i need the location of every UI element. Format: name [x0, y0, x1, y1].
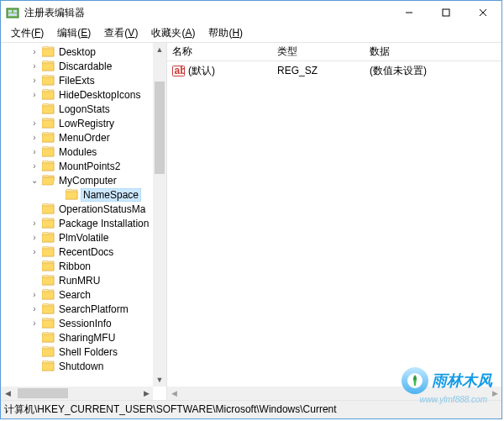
tree-item-shutdown[interactable]: ›Shutdown — [1, 359, 153, 373]
tree-item-label: SearchPlatform — [57, 303, 130, 315]
titlebar[interactable]: 注册表编辑器 — [1, 1, 501, 24]
expand-icon[interactable]: › — [29, 147, 39, 156]
folder-icon — [42, 103, 55, 114]
scrollbar-track[interactable] — [153, 56, 166, 373]
tree-view[interactable]: ›Desktop›Discardable›FileExts›HideDeskto… — [1, 43, 153, 387]
menu-file[interactable]: 文件(F) — [4, 24, 50, 42]
status-path: 计算机\HKEY_CURRENT_USER\SOFTWARE\Microsoft… — [4, 403, 337, 417]
tree-item-mountpoints2[interactable]: ›MountPoints2 — [1, 159, 153, 173]
tree-item-fileexts[interactable]: ›FileExts — [1, 73, 153, 87]
menu-favorites[interactable]: 收藏夹(A) — [144, 24, 202, 42]
tree-item-menuorder[interactable]: ›MenuOrder — [1, 130, 153, 145]
tree-item-hidedesktopicons[interactable]: ›HideDesktopIcons — [1, 87, 153, 102]
tree-item-label: Shell Folders — [57, 346, 119, 358]
folder-icon — [42, 318, 55, 329]
svg-rect-1 — [8, 10, 12, 13]
tree-item-shell-folders[interactable]: ›Shell Folders — [1, 345, 153, 359]
folder-icon — [42, 175, 55, 186]
scrollbar-up-arrow[interactable]: ▲ — [153, 43, 166, 56]
scrollbar-down-arrow[interactable]: ▼ — [153, 373, 166, 387]
expand-icon[interactable]: › — [29, 290, 39, 299]
tree-item-label: SessionInfo — [57, 318, 113, 329]
tree-item-label: Ribbon — [57, 260, 92, 272]
list-horizontal-scrollbar[interactable]: ◀ ▶ — [167, 387, 501, 400]
minimize-button[interactable] — [391, 1, 428, 24]
scrollbar-thumb[interactable] — [18, 388, 68, 398]
tree-item-logonstats[interactable]: ›LogonStats — [1, 102, 153, 116]
value-type: REG_SZ — [272, 65, 365, 76]
folder-icon — [42, 89, 55, 100]
tree-item-lowregistry[interactable]: ›LowRegistry — [1, 116, 153, 130]
column-header-type[interactable]: 类型 — [272, 45, 365, 59]
svg-rect-5 — [443, 9, 449, 16]
expand-icon[interactable]: › — [29, 233, 39, 242]
list-row[interactable]: ab (默认) REG_SZ (数值未设置) — [167, 63, 501, 78]
folder-icon — [42, 218, 55, 229]
status-bar: 计算机\HKEY_CURRENT_USER\SOFTWARE\Microsoft… — [1, 400, 501, 418]
expand-icon[interactable]: › — [29, 61, 39, 71]
tree-item-sharingmfu[interactable]: ›SharingMFU — [1, 330, 153, 345]
menu-view[interactable]: 查看(V) — [97, 24, 144, 42]
expand-icon[interactable]: › — [29, 133, 39, 142]
tree-item-modules[interactable]: ›Modules — [1, 145, 153, 159]
menu-help[interactable]: 帮助(H) — [202, 24, 249, 42]
scrollbar-right-arrow[interactable]: ▶ — [488, 387, 501, 400]
scrollbar-left-arrow[interactable]: ◀ — [1, 387, 14, 400]
folder-icon — [42, 289, 55, 300]
tree-item-label: MyComputer — [57, 175, 118, 187]
column-header-data[interactable]: 数据 — [365, 45, 501, 59]
tree-horizontal-scrollbar[interactable]: ◀ ▶ — [1, 387, 153, 400]
close-button[interactable] — [465, 1, 501, 24]
menu-edit[interactable]: 编辑(E) — [50, 24, 97, 42]
tree-item-label: Shutdown — [57, 360, 105, 372]
registry-editor-window: 注册表编辑器 文件(F) 编辑(E) 查看(V) 收藏夹(A) 帮助(H) ›D… — [0, 0, 502, 419]
expand-icon[interactable]: › — [29, 76, 39, 85]
tree-item-desktop[interactable]: ›Desktop — [1, 45, 153, 59]
folder-icon — [42, 232, 55, 243]
folder-icon — [42, 332, 55, 343]
tree-item-plmvolatile[interactable]: ›PlmVolatile — [1, 230, 153, 245]
tree-item-discardable[interactable]: ›Discardable — [1, 59, 153, 73]
tree-item-label: Desktop — [57, 46, 97, 58]
tree-item-searchplatform[interactable]: ›SearchPlatform — [1, 302, 153, 316]
tree-item-package-installation[interactable]: ›Package Installation — [1, 216, 153, 230]
column-header-name[interactable]: 名称 — [167, 45, 272, 59]
scrollbar-right-arrow[interactable]: ▶ — [139, 387, 153, 400]
tree-item-operationstatusma[interactable]: ›OperationStatusMa — [1, 202, 153, 216]
value-data: (数值未设置) — [365, 64, 501, 78]
tree-pane: ›Desktop›Discardable›FileExts›HideDeskto… — [1, 43, 167, 400]
expand-icon[interactable]: › — [29, 318, 39, 328]
expand-icon[interactable]: › — [29, 118, 39, 128]
expand-icon[interactable]: › — [29, 47, 39, 56]
scrollbar-left-arrow[interactable]: ◀ — [167, 387, 181, 400]
expand-icon[interactable]: › — [29, 218, 39, 228]
expand-icon[interactable]: › — [29, 90, 39, 99]
tree-vertical-scrollbar[interactable]: ▲ ▼ — [153, 43, 166, 387]
tree-item-label: MenuOrder — [57, 132, 112, 144]
svg-rect-0 — [7, 8, 18, 18]
tree-item-ribbon[interactable]: ›Ribbon — [1, 259, 153, 273]
folder-icon — [42, 161, 55, 171]
folder-icon — [42, 118, 55, 129]
tree-item-namespace[interactable]: ›NameSpace — [1, 187, 153, 202]
scrollbar-track[interactable] — [181, 387, 488, 400]
tree-item-runmru[interactable]: ›RunMRU — [1, 273, 153, 287]
tree-item-mycomputer[interactable]: ⌄MyComputer — [1, 173, 153, 187]
scrollbar-thumb[interactable] — [155, 82, 165, 174]
expand-icon[interactable]: › — [29, 161, 39, 171]
tree-item-label: RunMRU — [57, 275, 102, 287]
expand-icon[interactable]: › — [29, 304, 39, 313]
scrollbar-track[interactable] — [14, 387, 139, 400]
list-body[interactable]: ab (默认) REG_SZ (数值未设置) — [167, 61, 501, 78]
folder-icon — [42, 203, 55, 214]
expand-icon[interactable]: › — [29, 247, 39, 256]
tree-item-label: OperationStatusMa — [57, 203, 147, 215]
tree-item-label: Search — [57, 289, 92, 301]
tree-item-label: Package Installation — [57, 218, 150, 229]
tree-item-search[interactable]: ›Search — [1, 287, 153, 302]
tree-item-recentdocs[interactable]: ›RecentDocs — [1, 245, 153, 259]
tree-item-sessioninfo[interactable]: ›SessionInfo — [1, 316, 153, 330]
collapse-icon[interactable]: ⌄ — [29, 176, 39, 185]
list-header: 名称 类型 数据 — [167, 43, 501, 61]
maximize-button[interactable] — [428, 1, 465, 24]
